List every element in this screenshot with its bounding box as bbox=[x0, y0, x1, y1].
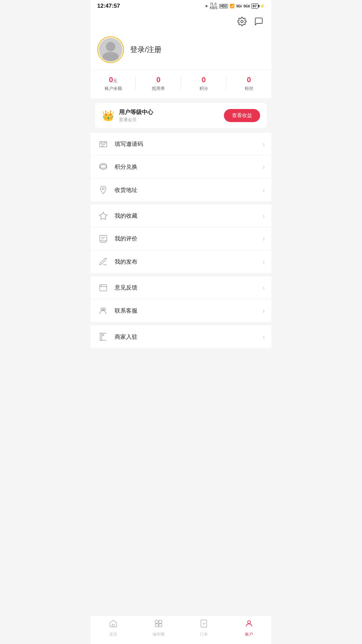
speed-label: 71.0KB/S bbox=[210, 2, 218, 10]
level-card: 👑 用户等级中心 普通会员 查看收益 bbox=[95, 103, 267, 128]
svg-rect-21 bbox=[100, 333, 102, 340]
publish-arrow: › bbox=[262, 258, 265, 266]
publish-icon bbox=[97, 256, 109, 268]
message-button[interactable] bbox=[253, 15, 265, 28]
points-icon bbox=[97, 161, 109, 173]
level-info-left: 👑 用户等级中心 普通会员 bbox=[102, 108, 153, 123]
svg-point-8 bbox=[100, 163, 107, 168]
reviews-icon bbox=[97, 233, 109, 245]
reviews-label: 我的评价 bbox=[115, 235, 262, 243]
menu-item-address[interactable]: 收货地址 › bbox=[90, 178, 272, 201]
menu-group-2: 我的收藏 › 我的评价 › bbox=[90, 205, 272, 273]
address-icon bbox=[97, 184, 109, 196]
crown-icon: 👑 bbox=[102, 110, 114, 121]
merchant-label: 商家入驻 bbox=[115, 333, 262, 341]
status-bar: 12:47:57 ∗ 71.0KB/S HD2 📶 5GⅠ 5GⅡ 87 ⚡ bbox=[90, 0, 272, 12]
bluetooth-icon: ∗ bbox=[205, 4, 208, 8]
menu-item-service[interactable]: 联系客服 › bbox=[90, 299, 272, 322]
wifi-icon: 📶 bbox=[230, 4, 235, 8]
battery-indicator: 87 bbox=[251, 3, 258, 9]
avatar-body bbox=[103, 52, 119, 61]
svg-marker-12 bbox=[99, 212, 107, 219]
login-register-text[interactable]: 登录/注册 bbox=[130, 45, 162, 55]
avatar[interactable] bbox=[97, 36, 124, 63]
status-time: 12:47:57 bbox=[97, 3, 120, 9]
feedback-arrow: › bbox=[262, 284, 265, 291]
service-label: 联系客服 bbox=[115, 307, 262, 315]
stat-balance[interactable]: 0元 账户余额 bbox=[90, 75, 136, 92]
feedback-label: 意见反馈 bbox=[115, 284, 262, 291]
reviews-arrow: › bbox=[262, 235, 265, 243]
signal-5g-icon: 5GⅠ bbox=[236, 4, 242, 8]
level-section: 👑 用户等级中心 普通会员 查看收益 bbox=[90, 98, 272, 133]
avatar-head bbox=[106, 42, 115, 51]
stat-points[interactable]: 0 积分 bbox=[181, 75, 226, 92]
favorites-icon bbox=[97, 210, 109, 222]
favorites-label: 我的收藏 bbox=[115, 212, 262, 220]
stats-row: 0元 账户余额 0 抵用券 0 积分 0 粉丝 bbox=[90, 70, 272, 98]
service-arrow: › bbox=[262, 307, 265, 315]
menu-group-1: 填写邀请码 › 积分兑换 › bbox=[90, 133, 272, 201]
merchant-icon bbox=[97, 331, 109, 343]
menu-item-publish[interactable]: 我的发布 › bbox=[90, 250, 272, 273]
status-icons: ∗ 71.0KB/S HD2 📶 5GⅠ 5GⅡ 87 ⚡ bbox=[205, 2, 265, 10]
invite-label: 填写邀请码 bbox=[115, 140, 262, 148]
address-arrow: › bbox=[262, 186, 265, 194]
hd2-badge: HD2 bbox=[219, 4, 228, 8]
settings-button[interactable] bbox=[236, 15, 248, 28]
svg-point-11 bbox=[102, 188, 104, 190]
level-subtitle: 普通会员 bbox=[119, 117, 153, 123]
menu-group-4: 商家入驻 › bbox=[90, 325, 272, 348]
stat-fans[interactable]: 0 粉丝 bbox=[226, 75, 272, 92]
menu-item-points[interactable]: 积分兑换 › bbox=[90, 156, 272, 178]
profile-section: 登录/注册 bbox=[90, 31, 272, 70]
menu-group-3: 意见反馈 › 联系客服 › bbox=[90, 276, 272, 322]
svg-point-7 bbox=[100, 165, 107, 169]
invite-arrow: › bbox=[262, 140, 265, 148]
charging-icon: ⚡ bbox=[260, 4, 265, 8]
menu-section: 填写邀请码 › 积分兑换 › bbox=[90, 133, 272, 348]
menu-item-merchant[interactable]: 商家入驻 › bbox=[90, 325, 272, 348]
menu-item-favorites[interactable]: 我的收藏 › bbox=[90, 205, 272, 227]
stat-coupon[interactable]: 0 抵用券 bbox=[136, 75, 181, 92]
menu-item-reviews[interactable]: 我的评价 › bbox=[90, 227, 272, 250]
menu-item-invite[interactable]: 填写邀请码 › bbox=[90, 133, 272, 156]
publish-label: 我的发布 bbox=[115, 258, 262, 266]
menu-item-feedback[interactable]: 意见反馈 › bbox=[90, 276, 272, 299]
level-title: 用户等级中心 bbox=[119, 108, 153, 116]
feedback-icon bbox=[97, 282, 109, 294]
merchant-arrow: › bbox=[262, 333, 265, 341]
header bbox=[90, 12, 272, 31]
address-label: 收货地址 bbox=[115, 186, 262, 194]
view-earnings-button[interactable]: 查看收益 bbox=[224, 109, 260, 122]
avatar-image bbox=[99, 38, 122, 61]
service-icon bbox=[97, 305, 109, 317]
svg-rect-13 bbox=[100, 235, 107, 240]
svg-point-0 bbox=[241, 20, 243, 23]
invite-icon bbox=[97, 138, 109, 150]
points-arrow: › bbox=[262, 163, 265, 171]
points-label: 积分兑换 bbox=[115, 163, 262, 171]
signal-5g2-icon: 5GⅡ bbox=[243, 4, 249, 8]
favorites-arrow: › bbox=[262, 212, 265, 220]
svg-rect-16 bbox=[100, 284, 107, 291]
